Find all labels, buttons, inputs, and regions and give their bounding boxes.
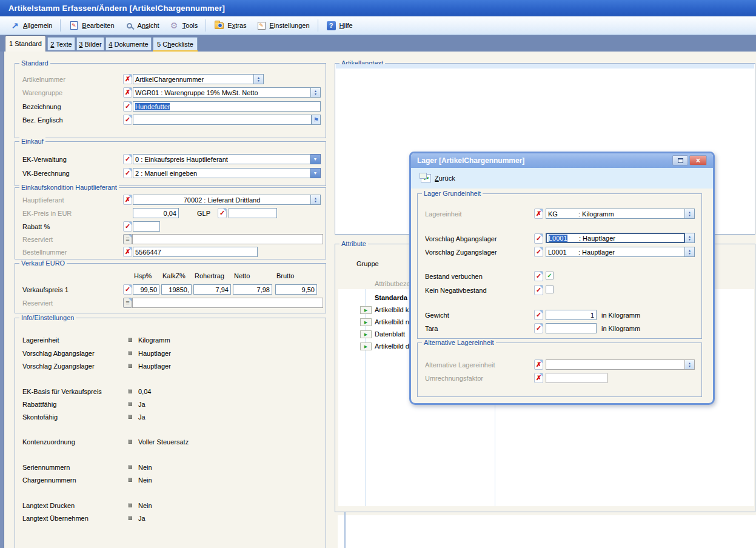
bez-englisch-input[interactable] — [133, 115, 312, 125]
info-value: Hauptlager — [138, 362, 171, 370]
lagereinheit-field[interactable]: KG: Kilogramm ▲▼ — [546, 209, 695, 219]
spinner-icon[interactable]: ▲▼ — [311, 87, 321, 98]
hauptlieferant-field[interactable]: 70002 : Lieferant Drittland ▲▼ — [133, 195, 321, 205]
menu-separator — [318, 19, 318, 32]
bezeichnung-input: Hundefutter — [135, 103, 170, 110]
bullet-icon — [128, 402, 132, 406]
menu-item-hilfe[interactable]: ? Hilfe — [321, 18, 358, 33]
check-indicator-icon — [534, 271, 543, 281]
tara-input[interactable] — [546, 323, 597, 333]
info-label: Vorschlag Abgangslager — [22, 349, 95, 358]
tara-unit-label: in Kilogramm — [601, 324, 640, 333]
tab-texte[interactable]: 2 Texte — [47, 37, 75, 50]
check-indicator-icon — [218, 208, 227, 218]
netto-input[interactable]: 7,98 — [233, 284, 272, 295]
bez-englisch-label: Bez. Englisch — [22, 116, 63, 124]
mandatory-x-icon — [123, 87, 132, 98]
close-window-icon[interactable]: × — [689, 155, 707, 165]
attribute-row[interactable]: Artikelbild kle — [375, 306, 414, 313]
bullet-icon — [128, 503, 132, 507]
note-indicator-icon — [123, 298, 132, 308]
menu-separator — [206, 19, 206, 32]
menu-item-allgemein[interactable]: ↗ Allgemein — [5, 18, 57, 33]
dialog-titlebar[interactable]: Lager [ArtikelChargennummer] — [411, 153, 713, 168]
tab-checkliste[interactable]: 5 Checkliste — [153, 37, 198, 50]
menu-item-einstellungen[interactable]: ✎ Einstellungen — [252, 18, 315, 33]
tab-dokumente[interactable]: 4 Dokumente — [105, 37, 152, 50]
mandatory-x-icon — [123, 195, 132, 205]
spinner-icon[interactable]: ▲▼ — [685, 209, 695, 219]
info-label: Seriennummern — [22, 463, 70, 472]
menu-item-ansicht[interactable]: Ansicht — [119, 18, 164, 33]
hauptlieferant-input[interactable]: 70002 : Lieferant Drittland — [133, 195, 311, 205]
info-label: Vorschlag Zugangslager — [22, 362, 95, 370]
warengruppe-input[interactable]: WGR01 : Warengruppe 19% MwSt. Netto — [133, 87, 311, 98]
dropdown-arrow-icon[interactable]: ▼ — [310, 154, 321, 164]
attribute-media-icon: ▶ — [360, 330, 372, 338]
spinner-icon[interactable]: ▲▼ — [685, 233, 695, 243]
menu-item-tools[interactable]: ⚙ Tools — [164, 18, 203, 33]
help-icon: ? — [326, 21, 336, 30]
kein-negativbestand-checkbox[interactable] — [546, 286, 554, 293]
rohertrag-input[interactable]: 7,94 — [193, 284, 231, 295]
ek-preis-input[interactable]: 0,04 — [133, 208, 179, 218]
info-value: Voller Steuersatz — [138, 438, 189, 446]
bestand-verbuchen-checkbox[interactable]: ✓ — [546, 272, 554, 279]
attribute-row[interactable]: Datenblatt — [375, 330, 405, 338]
language-flag-icon[interactable]: ⚑ — [312, 115, 321, 125]
kalkz-input[interactable]: 19850, — [161, 284, 192, 295]
info-label: Kontenzuordnung — [22, 438, 75, 446]
spinner-icon[interactable]: ▲▼ — [254, 74, 264, 84]
bezeichnung-field[interactable]: Hundefutter — [133, 101, 321, 112]
tab-highlight-line — [153, 50, 198, 52]
fieldset-info: Info/Einstellungen Lagereinheit Kilogram… — [15, 318, 326, 548]
artikelnummer-input[interactable]: ArtikelChargennummer — [133, 74, 254, 84]
tab-bilder[interactable]: 3 Bilder — [76, 37, 104, 50]
ek-verwaltung-select[interactable]: 0 : Einkaufspreis Hauptlieferant ▼ — [133, 154, 321, 164]
bestellnummer-label: Bestellnummer — [22, 248, 67, 256]
warengruppe-label: Warengruppe — [22, 89, 62, 97]
check-indicator-icon — [123, 284, 132, 295]
restore-window-icon[interactable] — [672, 155, 688, 165]
bullet-icon — [128, 338, 132, 342]
vk-berechnung-select[interactable]: 2 : Manuell eingeben ▼ — [133, 168, 321, 178]
attribute-group-row[interactable]: Standarda — [375, 294, 407, 301]
artikelnummer-field[interactable]: ArtikelChargennummer ▲▼ — [133, 74, 264, 84]
abgangslager-field[interactable]: L0001: Hauptlager ▲▼ — [546, 233, 695, 243]
alt-lagereinheit-label: Alternative Lagereinheit — [425, 361, 495, 369]
fieldset-legend: Standard — [19, 59, 50, 67]
bezeichnung-label: Bezeichnung — [22, 102, 61, 111]
glp-input[interactable] — [229, 208, 277, 218]
gewicht-input[interactable]: 1 — [546, 310, 597, 320]
settings-note-icon: ✎ — [256, 21, 267, 30]
column-header-rohertrag: Rohertrag — [195, 272, 224, 280]
zurueck-button[interactable]: ↩ Zurück — [421, 174, 455, 182]
brutto-input[interactable]: 9,50 — [275, 284, 317, 295]
bestellnummer-input[interactable]: 5566447 — [133, 247, 258, 257]
menu-item-bearbeiten[interactable]: ✎ Bearbeiten — [64, 18, 119, 33]
spinner-icon[interactable]: ▲▼ — [685, 247, 695, 257]
spinner-icon[interactable]: ▲▼ — [311, 195, 321, 205]
tab-standard[interactable]: 1 Standard — [5, 35, 46, 52]
info-label: EK-Basis für Verkaufspreis — [22, 387, 102, 396]
bez-englisch-field[interactable]: ⚑ — [133, 115, 321, 125]
attribute-row[interactable]: Artikelbild de — [375, 343, 413, 350]
bottom-white-area — [338, 515, 756, 548]
panel-left-border — [0, 52, 4, 548]
dropdown-arrow-icon[interactable]: ▼ — [310, 168, 321, 178]
zugangslager-field[interactable]: L0001: Hauptlager ▲▼ — [546, 247, 695, 257]
hsp-input[interactable]: 99,50 — [133, 284, 159, 295]
info-value: Ja — [138, 514, 146, 523]
gewicht-label: Gewicht — [425, 311, 449, 319]
rabatt-input[interactable] — [133, 221, 160, 232]
ek-verwaltung-label: EK-Verwaltung — [22, 155, 67, 164]
info-label: Lagereinheit — [22, 336, 59, 344]
warengruppe-field[interactable]: WGR01 : Warengruppe 19% MwSt. Netto ▲▼ — [133, 87, 321, 98]
note-indicator-icon — [123, 234, 132, 244]
attribute-row[interactable]: Artikelbild no — [375, 318, 413, 326]
menu-item-extras[interactable]: Extras — [209, 18, 251, 33]
umrechnungsfaktor-input[interactable] — [546, 373, 607, 383]
panel-splitter[interactable] — [344, 512, 346, 548]
menubar: ↗ Allgemein ✎ Bearbeiten Ansicht ⚙ Tools… — [0, 16, 756, 35]
verkaufspreis1-label: Verkaufspreis 1 — [22, 286, 69, 294]
